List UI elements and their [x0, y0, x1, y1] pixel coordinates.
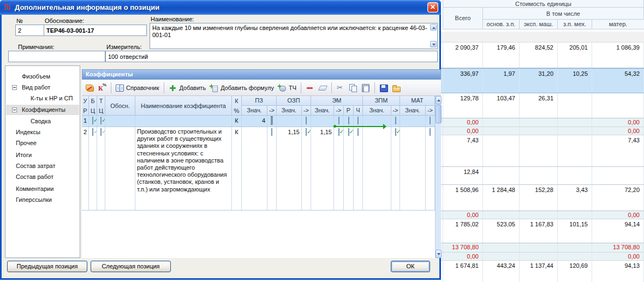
checkbox-unchecked-icon[interactable]: [338, 117, 339, 124]
checkbox-unchecked-icon[interactable]: [395, 117, 396, 124]
toolbar-button-label: Добавить: [180, 85, 206, 91]
sidebar: ФизобъемВид работК-ты к НР и СПКоэффицие…: [5, 65, 80, 258]
add-tch-button[interactable]: ТЧ: [276, 82, 298, 93]
k-percent-button[interactable]: [96, 82, 108, 93]
cost-row-7[interactable]: 12,84: [440, 167, 644, 185]
sidebar-item-9[interactable]: Состав затрат: [6, 161, 79, 171]
coeff-cell: Производство строительных и других работ…: [135, 127, 232, 210]
checkbox-unchecked-icon[interactable]: [357, 128, 359, 136]
checkbox-checked-icon[interactable]: [348, 128, 349, 136]
cost-row-5[interactable]: 0,000,00: [440, 127, 644, 135]
coeff-cell: [426, 127, 435, 210]
cost-cell: 824,52: [520, 43, 558, 68]
cost-row-3[interactable]: 129,78103,4726,31: [440, 93, 644, 118]
coeff-cell: [89, 116, 97, 127]
toolbar: СправочникДобавитьДобавить формулуТЧ: [82, 80, 441, 96]
vertical-scrollbar[interactable]: [435, 96, 441, 258]
sidebar-item-label: Прочее: [6, 138, 79, 148]
collapse-icon[interactable]: [12, 85, 17, 90]
clear-button[interactable]: [317, 82, 329, 93]
scrollbar-thumb[interactable]: [436, 105, 442, 123]
scroll-down-icon[interactable]: [436, 250, 442, 258]
sidebar-item-4[interactable]: Коэффициенты: [6, 105, 79, 115]
sidebar-item-3[interactable]: К-ты к НР и СП: [6, 93, 79, 104]
checkbox-checked-icon[interactable]: [92, 117, 93, 124]
justification-input[interactable]: [44, 25, 147, 36]
cost-row-2[interactable]: 336,971,9731,2010,2554,32: [440, 68, 644, 93]
sidebar-item-10[interactable]: Состав работ: [6, 172, 79, 182]
checkbox-disabled-icon[interactable]: [92, 128, 93, 136]
cost-cell: [520, 118, 558, 127]
scroll-up-icon[interactable]: [430, 24, 437, 31]
checkbox-unchecked-icon[interactable]: [306, 117, 307, 124]
unit-input[interactable]: [105, 51, 438, 62]
sidebar-item-12[interactable]: Гиперссылки: [6, 195, 79, 205]
coeff-group-label: МАТ: [400, 96, 435, 106]
add-button[interactable]: Добавить: [167, 82, 208, 93]
copy-button[interactable]: [347, 82, 359, 93]
checkbox-unchecked-icon[interactable]: [430, 128, 431, 136]
next-position-button[interactable]: Следующая позиция: [91, 261, 171, 272]
close-icon[interactable]: ✕: [427, 2, 438, 13]
sidebar-item-2[interactable]: Вид работ: [6, 82, 79, 93]
cost-row-8[interactable]: 1 508,961 284,48152,283,4372,20: [440, 185, 644, 211]
name-textarea[interactable]: На каждые 10 мм изменения глубины сверле…: [150, 23, 438, 49]
reference-button[interactable]: Справочник: [114, 83, 161, 92]
cost-cell: 103,47: [483, 93, 520, 118]
sidebar-item-6[interactable]: Индексы: [6, 127, 79, 137]
cost-row-9[interactable]: 0,000,00: [440, 211, 644, 219]
cost-row-10[interactable]: 1 785,02523,051 167,83101,1594,14: [440, 219, 644, 243]
add-formula-button[interactable]: Добавить формулу: [208, 82, 276, 93]
cost-cell: 443,24: [483, 261, 520, 282]
checkbox-checked-icon[interactable]: [306, 128, 307, 136]
save-button[interactable]: [378, 82, 390, 93]
cost-row-4[interactable]: 0,000,00: [440, 118, 644, 127]
checkbox-unchecked-icon[interactable]: [430, 117, 431, 124]
coefficient-icon-button[interactable]: [84, 83, 96, 92]
sidebar-item-7[interactable]: Прочее: [6, 138, 79, 148]
sidebar-item-label: К-ты к НР и СП: [6, 93, 79, 104]
paste-button[interactable]: [360, 82, 372, 93]
checkbox-checked-icon[interactable]: [100, 117, 102, 124]
num-input[interactable]: [15, 25, 46, 36]
cut-button[interactable]: [335, 82, 347, 93]
delete-button[interactable]: [304, 82, 316, 93]
checkbox-checked-icon[interactable]: [338, 128, 339, 136]
open-button[interactable]: [390, 82, 402, 93]
cost-row-11[interactable]: 13 708,8013 708,80: [440, 243, 644, 253]
sidebar-item-label: Итоги: [6, 150, 79, 160]
notes-input[interactable]: [8, 51, 105, 62]
cost-cell: [520, 135, 558, 166]
cost-row-6[interactable]: 7,437,43: [440, 135, 644, 167]
coeff-subheader: ->: [302, 106, 311, 116]
cost-row-12[interactable]: 0,000,00: [440, 253, 644, 261]
header-line: Ц: [97, 106, 105, 116]
coeff-row-2[interactable]: 2Производство строительных и других рабо…: [82, 127, 435, 211]
sidebar-item-1[interactable]: Физобъем: [6, 71, 79, 82]
checkbox-unchecked-icon[interactable]: [271, 117, 272, 124]
cost-row-1[interactable]: 2 090,37179,46824,52205,011 086,39: [440, 43, 644, 68]
cost-cell: 0,00: [443, 127, 483, 135]
coeff-subheader: ->: [267, 106, 277, 116]
checkbox-unchecked-icon[interactable]: [348, 117, 349, 124]
checkbox-disabled-icon[interactable]: [100, 128, 102, 136]
book-icon: [116, 85, 124, 92]
ok-button[interactable]: ОК: [391, 261, 430, 272]
checkbox-unchecked-icon[interactable]: [271, 128, 272, 136]
sidebar-item-11[interactable]: Комментарии: [6, 184, 79, 194]
checkbox-unchecked-icon[interactable]: [357, 117, 359, 124]
previous-position-button[interactable]: Предыдущая позиция: [7, 261, 87, 272]
coeff-cell: [344, 116, 354, 127]
coeff-row-1[interactable]: 1К4: [82, 116, 435, 127]
cost-table-rows: 2 090,37179,46824,52205,011 086,39336,97…: [440, 43, 644, 282]
app-icon: [4, 3, 11, 11]
sidebar-item-8[interactable]: Итоги: [6, 150, 79, 160]
sidebar-item-label: Вид работ: [6, 82, 79, 93]
collapse-icon[interactable]: [12, 107, 17, 112]
scroll-down-icon[interactable]: [430, 41, 437, 47]
checkbox-checked-icon[interactable]: [395, 128, 396, 136]
scroll-up-icon[interactable]: [436, 96, 442, 104]
coeff-cell: [302, 116, 311, 127]
cost-row-13[interactable]: 1 674,81443,241 137,44120,6994,13: [440, 261, 644, 282]
sidebar-item-5[interactable]: Сводка: [6, 116, 79, 127]
